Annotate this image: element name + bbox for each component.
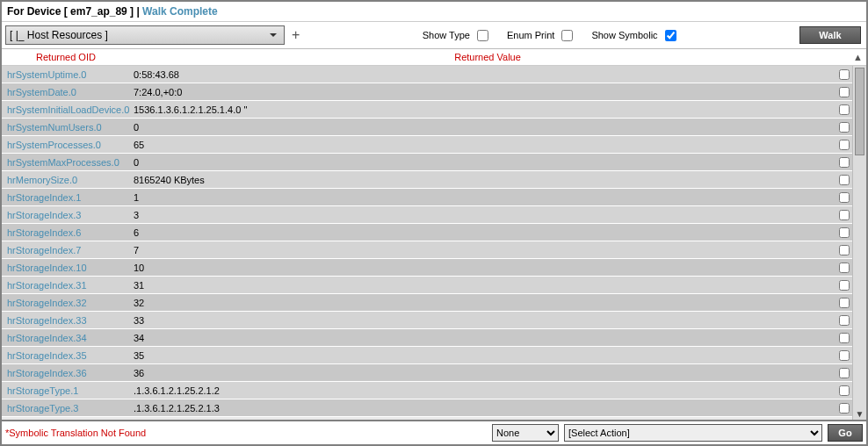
enum-print-checkbox[interactable] (561, 30, 573, 41)
row-checkbox[interactable] (839, 298, 850, 308)
row-checkbox[interactable] (839, 69, 850, 80)
oid-cell[interactable]: hrSystemDate.0 (7, 87, 130, 97)
action-select[interactable]: [Select Action] (564, 424, 822, 442)
scrollbar-thumb[interactable] (855, 68, 864, 155)
value-cell: 36 (130, 368, 835, 378)
show-symbolic-label: Show Symbolic (591, 30, 657, 40)
row-checkbox[interactable] (839, 227, 850, 238)
show-type-label: Show Type (423, 30, 470, 40)
add-mib-button[interactable]: + (290, 27, 301, 43)
oid-cell[interactable]: hrSystemUptime.0 (7, 69, 130, 80)
mib-select[interactable]: [ |_ Host Resources ] (5, 25, 285, 45)
row-checkbox-cell (835, 295, 852, 311)
oid-cell[interactable]: hrStorageIndex.1 (7, 192, 130, 203)
table-row[interactable]: hrMemorySize.08165240 KBytes (2, 171, 852, 189)
oid-cell[interactable]: hrStorageIndex.35 (7, 350, 130, 361)
row-checkbox[interactable] (839, 403, 850, 414)
value-cell: 32 (130, 298, 835, 308)
row-checkbox-cell (835, 242, 852, 258)
value-cell: 31 (130, 280, 835, 291)
oid-cell[interactable]: hrStorageIndex.7 (7, 245, 130, 255)
oid-cell[interactable]: hrMemorySize.0 (7, 175, 130, 185)
row-checkbox[interactable] (839, 192, 850, 203)
oid-cell[interactable]: hrStorageIndex.32 (7, 298, 130, 308)
row-checkbox[interactable] (839, 104, 850, 115)
row-checkbox[interactable] (839, 280, 850, 291)
oid-cell[interactable]: hrStorageIndex.34 (7, 333, 130, 343)
oid-cell[interactable]: hrStorageType.3 (7, 403, 130, 414)
row-checkbox-cell (835, 383, 852, 399)
table-row[interactable]: hrStorageIndex.1010 (2, 259, 852, 277)
enum-print-option[interactable]: Enum Print (507, 27, 575, 44)
mib-select-text: [ |_ Host Resources ] (10, 29, 108, 41)
row-checkbox-cell (835, 225, 852, 241)
row-checkbox-cell (835, 313, 852, 328)
oid-cell[interactable]: hrSystemNumUsers.0 (7, 122, 130, 133)
show-type-option[interactable]: Show Type (423, 27, 491, 44)
column-header-value: Returned Value (130, 52, 845, 62)
row-checkbox-cell (835, 172, 852, 188)
oid-cell[interactable]: hrStorageIndex.33 (7, 315, 130, 326)
device-name: em7_ap_89 (70, 5, 127, 18)
table-row[interactable]: hrStorageIndex.3636 (2, 364, 852, 382)
row-checkbox[interactable] (839, 263, 850, 273)
row-checkbox[interactable] (839, 87, 850, 97)
title-prefix: For Device [ (7, 5, 70, 18)
toolbar-options: Show Type Enum Print Show Symbolic (307, 27, 794, 44)
oid-cell[interactable]: hrStorageIndex.31 (7, 280, 130, 291)
row-checkbox[interactable] (839, 385, 850, 396)
table-row[interactable]: hrSystemNumUsers.00 (2, 119, 852, 136)
table-row[interactable]: hrStorageIndex.3535 (2, 347, 852, 364)
value-cell: 65 (130, 140, 835, 150)
enum-print-label: Enum Print (507, 30, 554, 40)
show-symbolic-option[interactable]: Show Symbolic (591, 27, 678, 44)
table-row[interactable]: hrStorageIndex.3131 (2, 277, 852, 294)
table-row[interactable]: hrStorageType.1.1.3.6.1.2.1.25.2.1.2 (2, 382, 852, 399)
walk-button[interactable]: Walk (799, 26, 861, 44)
table-row[interactable]: hrStorageType.3.1.3.6.1.2.1.25.2.1.3 (2, 399, 852, 417)
show-type-checkbox[interactable] (477, 30, 488, 41)
table-row[interactable]: hrStorageIndex.77 (2, 241, 852, 259)
table-row[interactable]: hrStorageIndex.33 (2, 206, 852, 224)
row-checkbox[interactable] (839, 122, 850, 133)
oid-cell[interactable]: hrSystemMaxProcesses.0 (7, 157, 130, 168)
row-checkbox[interactable] (839, 157, 850, 168)
oid-cell[interactable]: hrSystemInitialLoadDevice.0 (7, 104, 130, 115)
table-row[interactable]: hrStorageIndex.3333 (2, 312, 852, 329)
scroll-up-icon[interactable]: ▲ (845, 52, 866, 62)
oid-cell[interactable]: hrStorageType.1 (7, 385, 130, 396)
vertical-scrollbar[interactable]: ▼ (852, 66, 866, 420)
row-checkbox[interactable] (839, 368, 850, 378)
value-cell: 10 (130, 263, 835, 273)
snmp-walker-window: For Device [ em7_ap_89 ] | Walk Complete… (0, 0, 868, 446)
row-checkbox-cell (835, 330, 852, 346)
table-row[interactable]: hrStorageIndex.66 (2, 224, 852, 241)
table-row[interactable]: hrSystemProcesses.065 (2, 136, 852, 154)
table-row[interactable]: hrStorageIndex.3434 (2, 329, 852, 347)
none-select[interactable]: None (492, 424, 559, 442)
value-cell: 1 (130, 192, 835, 203)
table-row[interactable]: hrSystemMaxProcesses.00 (2, 154, 852, 171)
row-checkbox[interactable] (839, 210, 850, 220)
table-row[interactable]: hrSystemUptime.00:58:43.68 (2, 66, 852, 83)
row-checkbox[interactable] (839, 315, 850, 326)
oid-cell[interactable]: hrStorageIndex.3 (7, 210, 130, 220)
show-symbolic-checkbox[interactable] (665, 30, 676, 41)
oid-cell[interactable]: hrStorageIndex.6 (7, 227, 130, 238)
table-row[interactable]: hrStorageIndex.11 (2, 189, 852, 206)
table-row[interactable]: hrStorageIndex.3232 (2, 294, 852, 312)
row-checkbox[interactable] (839, 245, 850, 255)
table-row[interactable]: hrSystemInitialLoadDevice.01536.1.3.6.1.… (2, 101, 852, 119)
oid-cell[interactable]: hrStorageIndex.36 (7, 368, 130, 378)
row-checkbox[interactable] (839, 350, 850, 361)
table-row[interactable]: hrSystemDate.07:24.0,+0:0 (2, 83, 852, 101)
go-button[interactable]: Go (828, 424, 863, 442)
oid-cell[interactable]: hrSystemProcesses.0 (7, 140, 130, 150)
column-header-oid: Returned OID (2, 52, 130, 62)
scroll-down-icon[interactable]: ▼ (853, 407, 866, 420)
row-checkbox[interactable] (839, 333, 850, 343)
oid-cell[interactable]: hrStorageIndex.10 (7, 263, 130, 273)
row-checkbox-cell (835, 67, 852, 83)
row-checkbox[interactable] (839, 140, 850, 150)
row-checkbox[interactable] (839, 175, 850, 185)
